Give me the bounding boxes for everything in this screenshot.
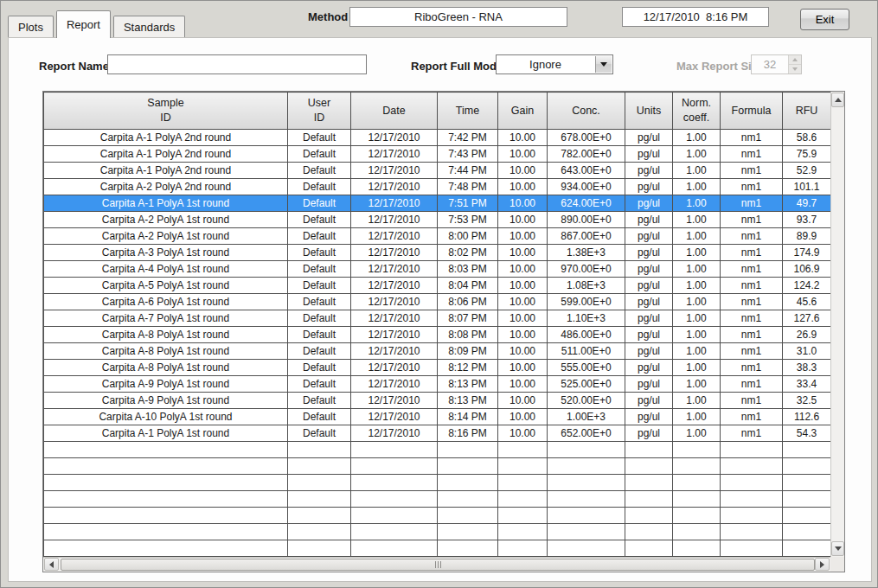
column-header-formula[interactable]: Formula [721, 93, 783, 130]
column-header-date[interactable]: Date [351, 93, 438, 130]
table-cell[interactable]: pg/ul [625, 179, 673, 195]
table-cell[interactable]: 12/17/2010 [351, 179, 438, 195]
table-cell[interactable]: 12/17/2010 [351, 130, 438, 146]
table-cell[interactable]: 1.00 [673, 130, 721, 146]
table-cell[interactable]: nm1 [721, 343, 783, 360]
table-cell[interactable]: 1.00 [673, 376, 721, 393]
table-cell[interactable]: Default [288, 409, 351, 425]
table-cell[interactable]: 525.00E+0 [548, 376, 625, 393]
table-cell[interactable]: 174.9 [783, 245, 831, 261]
table-cell[interactable]: Default [288, 310, 351, 327]
table-cell[interactable]: 8:13 PM [438, 376, 498, 393]
table-cell[interactable]: 12/17/2010 [351, 195, 438, 212]
table-cell[interactable]: Carpita A-3 PolyA 1st round [44, 245, 288, 261]
table-cell[interactable]: 624.00E+0 [548, 195, 625, 212]
table-row[interactable]: Carpita A-8 PolyA 1st roundDefault12/17/… [44, 343, 831, 360]
table-cell[interactable]: nm1 [721, 146, 783, 163]
table-cell[interactable]: Carpita A-5 PolyA 1st round [44, 278, 288, 294]
table-cell[interactable]: 1.00 [673, 393, 721, 409]
table-cell[interactable]: 12/17/2010 [351, 212, 438, 228]
report-full-mode-select[interactable]: Ignore [496, 54, 613, 74]
table-row[interactable]: Carpita A-2 PolyA 1st roundDefault12/17/… [44, 228, 831, 245]
horizontal-scrollbar[interactable] [43, 557, 830, 572]
table-cell[interactable]: 1.00 [673, 310, 721, 327]
table-cell[interactable]: 1.00 [673, 327, 721, 343]
table-cell[interactable]: 10.00 [498, 393, 548, 409]
table-cell[interactable]: 89.9 [783, 228, 831, 245]
table-cell[interactable]: 1.10E+3 [548, 310, 625, 327]
table-cell[interactable]: 93.7 [783, 212, 831, 228]
table-cell[interactable]: 7:53 PM [438, 212, 498, 228]
table-cell[interactable]: 32.5 [783, 393, 831, 409]
table-row[interactable]: Carpita A-4 PolyA 1st roundDefault12/17/… [44, 261, 831, 278]
table-cell[interactable]: Default [288, 278, 351, 294]
table-row[interactable]: Carpita A-6 PolyA 1st roundDefault12/17/… [44, 294, 831, 310]
table-cell[interactable]: 8:16 PM [438, 425, 498, 442]
table-cell[interactable]: pg/ul [625, 261, 673, 278]
table-cell[interactable]: 10.00 [498, 245, 548, 261]
table-cell[interactable]: 555.00E+0 [548, 360, 625, 376]
table-cell[interactable]: Default [288, 376, 351, 393]
table-cell[interactable]: 7:48 PM [438, 179, 498, 195]
table-cell[interactable]: nm1 [721, 310, 783, 327]
table-cell[interactable]: nm1 [721, 376, 783, 393]
table-cell[interactable]: 12/17/2010 [351, 360, 438, 376]
table-cell[interactable]: Default [288, 146, 351, 163]
table-cell[interactable]: Carpita A-6 PolyA 1st round [44, 294, 288, 310]
tab-report[interactable]: Report [56, 10, 111, 38]
column-header-gain[interactable]: Gain [498, 93, 548, 130]
table-cell[interactable]: 10.00 [498, 294, 548, 310]
table-cell[interactable]: 678.00E+0 [548, 130, 625, 146]
scroll-up-icon[interactable] [831, 93, 844, 107]
table-cell[interactable]: 26.9 [783, 327, 831, 343]
table-cell[interactable]: 8:04 PM [438, 278, 498, 294]
table-cell[interactable]: 12/17/2010 [351, 310, 438, 327]
table-cell[interactable]: 8:02 PM [438, 245, 498, 261]
table-cell[interactable]: nm1 [721, 130, 783, 146]
table-cell[interactable]: 10.00 [498, 310, 548, 327]
table-cell[interactable]: 10.00 [498, 146, 548, 163]
table-row[interactable]: Carpita A-1 PolyA 2nd roundDefault12/17/… [44, 130, 831, 146]
table-cell[interactable]: pg/ul [625, 228, 673, 245]
table-cell[interactable]: 52.9 [783, 163, 831, 179]
table-cell[interactable]: Carpita A-8 PolyA 1st round [44, 360, 288, 376]
table-cell[interactable]: pg/ul [625, 294, 673, 310]
table-cell[interactable]: pg/ul [625, 343, 673, 360]
table-cell[interactable]: 10.00 [498, 130, 548, 146]
table-row[interactable]: Carpita A-3 PolyA 1st roundDefault12/17/… [44, 245, 831, 261]
table-cell[interactable]: 8:00 PM [438, 228, 498, 245]
table-row[interactable]: Carpita A-9 PolyA 1st roundDefault12/17/… [44, 393, 831, 409]
table-cell[interactable]: 10.00 [498, 278, 548, 294]
table-cell[interactable]: 643.00E+0 [548, 163, 625, 179]
table-cell[interactable]: Default [288, 212, 351, 228]
table-cell[interactable]: Default [288, 261, 351, 278]
table-cell[interactable]: Carpita A-2 PolyA 1st round [44, 228, 288, 245]
table-cell[interactable]: pg/ul [625, 146, 673, 163]
table-row[interactable]: Carpita A-1 PolyA 1st roundDefault12/17/… [44, 195, 831, 212]
table-cell[interactable]: 58.6 [783, 130, 831, 146]
table-cell[interactable]: Carpita A-1 PolyA 2nd round [44, 146, 288, 163]
table-cell[interactable]: 54.3 [783, 425, 831, 442]
table-cell[interactable]: 12/17/2010 [351, 327, 438, 343]
table-cell[interactable]: 8:14 PM [438, 409, 498, 425]
table-cell[interactable]: 867.00E+0 [548, 228, 625, 245]
table-row[interactable]: Carpita A-1 PolyA 2nd roundDefault12/17/… [44, 146, 831, 163]
table-row[interactable]: Carpita A-2 PolyA 2nd roundDefault12/17/… [44, 179, 831, 195]
table-cell[interactable]: 10.00 [498, 409, 548, 425]
table-cell[interactable]: pg/ul [625, 393, 673, 409]
table-row[interactable]: Carpita A-1 PolyA 1st roundDefault12/17/… [44, 425, 831, 442]
table-cell[interactable]: 1.00 [673, 228, 721, 245]
table-cell[interactable]: 75.9 [783, 146, 831, 163]
table-cell[interactable]: 1.00 [673, 195, 721, 212]
table-cell[interactable]: pg/ul [625, 376, 673, 393]
table-cell[interactable]: 1.00 [673, 343, 721, 360]
table-cell[interactable]: 8:12 PM [438, 360, 498, 376]
table-cell[interactable]: 12/17/2010 [351, 228, 438, 245]
table-cell[interactable]: 10.00 [498, 360, 548, 376]
table-cell[interactable]: Default [288, 130, 351, 146]
table-cell[interactable]: Default [288, 360, 351, 376]
table-cell[interactable]: 45.6 [783, 294, 831, 310]
scroll-right-icon[interactable] [815, 558, 830, 571]
report-name-input[interactable] [107, 54, 367, 74]
table-cell[interactable]: 1.00 [673, 294, 721, 310]
